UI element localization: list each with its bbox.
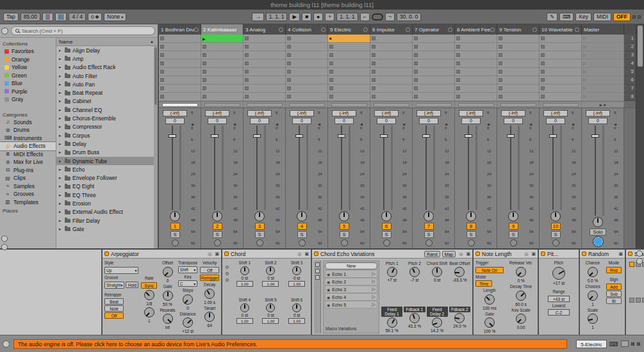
decay-time-knob[interactable] <box>516 291 526 301</box>
sidebar-item-instruments[interactable]: ⌨Instruments <box>0 134 56 143</box>
clip-stop-button[interactable] <box>287 86 291 90</box>
audio-engine-warning[interactable]: The audio engine is off. Please click he… <box>13 339 567 349</box>
velocity-field[interactable]: 1.00 <box>236 281 253 287</box>
master-track-header[interactable]: Master <box>582 24 624 35</box>
scene-launch-icon[interactable]: ▷ <box>583 61 586 66</box>
clip-slot[interactable] <box>286 68 328 76</box>
recall-variation-icon[interactable]: ◉ <box>327 287 330 292</box>
param-value[interactable]: 1/8 <box>141 301 157 306</box>
browser-item[interactable]: ▸Corpus <box>56 131 158 140</box>
play-button[interactable]: ▶ <box>289 13 300 21</box>
clip-stop-button[interactable] <box>414 45 418 49</box>
master-solo-button[interactable]: Solo <box>590 228 606 236</box>
pan-knob[interactable] <box>593 217 603 227</box>
scene-launch-slot[interactable]: ▷ <box>582 76 624 84</box>
groove-menu[interactable]: Straight▾ <box>104 282 124 289</box>
variations-view-toggle[interactable] <box>315 269 320 273</box>
release-velocity-knob[interactable] <box>516 267 526 277</box>
solo-button[interactable]: S <box>170 231 180 238</box>
arm-button[interactable] <box>468 239 475 246</box>
sidebar-item-samples[interactable]: ≈Samples <box>0 182 56 191</box>
param-value[interactable]: 100 ms <box>475 306 504 310</box>
range-field[interactable]: +43 st <box>548 296 570 302</box>
browser-item[interactable]: ▸Auto Pan <box>56 80 158 88</box>
volume-fader[interactable] <box>159 125 191 210</box>
clip-slot[interactable] <box>244 60 286 68</box>
choices-knob[interactable] <box>588 291 598 301</box>
loop-start-field[interactable]: 1. 1. 1 <box>336 13 358 21</box>
retrigger-off-button[interactable]: Off <box>104 312 124 319</box>
clip-stop-button[interactable] <box>245 78 249 82</box>
volume-display[interactable]: 0 <box>504 118 523 124</box>
clip-slot[interactable] <box>244 93 286 101</box>
volume-display[interactable]: 0 <box>546 118 565 124</box>
sidebar-item-templates[interactable]: ▥Templates <box>0 198 56 207</box>
clip-stop-button[interactable] <box>329 86 333 90</box>
arm-button[interactable] <box>425 239 433 246</box>
pan-knob[interactable] <box>508 211 518 221</box>
collection-item[interactable]: Yellow <box>0 63 56 72</box>
browser-item[interactable]: ▸Compressor <box>56 123 158 131</box>
fader-handle[interactable] <box>507 134 515 138</box>
clip-stop-button[interactable] <box>541 70 545 74</box>
track-header-1[interactable]: 1 Bodhran Dru <box>159 24 201 35</box>
scene-launch-icon[interactable]: ▷ <box>583 86 586 91</box>
device-on-toggle[interactable] <box>541 252 545 256</box>
browser-scrollbar[interactable] <box>154 46 158 248</box>
clip-stop-button[interactable] <box>414 53 418 57</box>
macro-value[interactable]: -33.3 % <box>452 278 466 282</box>
clip-stop-button[interactable] <box>245 95 249 99</box>
variation-row[interactable]: ◉Echo 5▷ <box>325 301 377 308</box>
volume-display[interactable]: 0 <box>250 118 269 124</box>
track-header-8[interactable]: 8 Ambient Feelin <box>455 24 497 35</box>
tempo-field[interactable]: 85.00 <box>21 13 40 21</box>
clip-slot[interactable] <box>328 51 370 60</box>
macro-knob[interactable] <box>432 317 442 328</box>
solo-button[interactable]: S <box>340 231 349 238</box>
clip-stop-button[interactable] <box>287 70 291 74</box>
device-on-toggle[interactable] <box>104 252 109 256</box>
scene-number[interactable]: 2 <box>624 43 636 51</box>
clip-slot[interactable] <box>370 68 413 76</box>
hot-swap-icon[interactable]: ◎ <box>459 252 463 257</box>
volume-fader[interactable] <box>370 125 402 210</box>
clip-stop-button[interactable] <box>202 86 206 90</box>
clip-stop-button[interactable] <box>499 78 502 82</box>
clip-slot[interactable] <box>413 60 455 68</box>
clip-stop-button[interactable] <box>329 78 333 82</box>
expand-caret-icon[interactable]: ▸ <box>59 99 63 104</box>
device-on-toggle[interactable] <box>314 252 318 256</box>
trigger-mode-toggle[interactable]: Note On <box>475 267 504 273</box>
arrangement-position-field[interactable]: 1. 1. 1 <box>266 13 288 21</box>
scene-number[interactable]: 6 <box>624 76 636 84</box>
macro-value[interactable]: +7 st <box>387 278 396 282</box>
expand-caret-icon[interactable]: ▸ <box>59 56 63 61</box>
scene-launch-slot[interactable]: ▷ <box>582 35 624 43</box>
param-value[interactable]: 0 st <box>293 276 300 280</box>
collection-item[interactable]: Purple <box>0 88 56 96</box>
clip-stop-button[interactable] <box>499 86 502 90</box>
arm-button[interactable] <box>256 239 263 246</box>
track-fold-icon[interactable] <box>321 28 326 32</box>
track-fold-icon[interactable] <box>533 28 537 32</box>
preview-volume-knob[interactable] <box>593 237 603 246</box>
sign-sub-button[interactable]: Sub <box>606 291 622 297</box>
fader-handle[interactable] <box>465 134 472 138</box>
browser-item[interactable]: ▸Channel EQ <box>56 106 158 114</box>
clip-stop-button[interactable] <box>456 61 460 65</box>
arm-button[interactable] <box>341 239 348 246</box>
clip-stop-button[interactable] <box>372 86 376 90</box>
shift-knob[interactable] <box>266 303 275 312</box>
style-menu[interactable]: Up▾ <box>104 267 138 274</box>
clip-stop-button[interactable] <box>456 78 460 82</box>
device-on-toggle[interactable] <box>582 252 586 256</box>
clip-stop-button[interactable] <box>329 53 333 57</box>
clip-slot[interactable] <box>540 93 582 101</box>
expand-caret-icon[interactable]: ▸ <box>59 74 63 79</box>
scene-launch-slot[interactable]: ▷ <box>582 93 624 101</box>
device-view-toggle[interactable] <box>636 250 643 257</box>
clip-slot[interactable] <box>497 93 540 101</box>
track-fold-icon[interactable] <box>490 28 495 32</box>
stop-all-clips-button[interactable]: ▶■ <box>582 102 624 108</box>
meter-peak-display[interactable]: (-inf) <box>501 110 525 116</box>
